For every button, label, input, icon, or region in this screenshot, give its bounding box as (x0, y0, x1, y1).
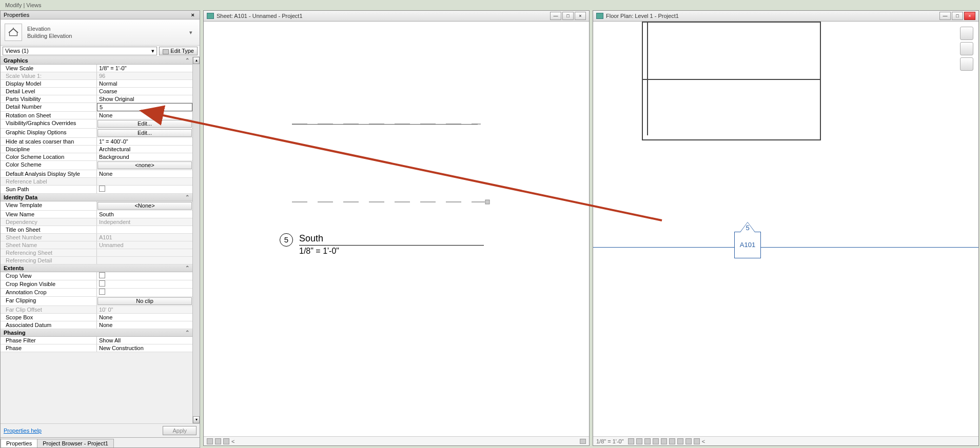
properties-grid: Graphics⌃ View Scale1/8" = 1'-0" Scale V… (1, 57, 192, 423)
status-icon[interactable] (661, 438, 667, 444)
prop-value[interactable]: 1" = 400'-0" (97, 138, 192, 145)
prop-label: Far Clipping (1, 297, 97, 306)
view-control-bar: 1/8" = 1'-0" < (593, 436, 978, 445)
prop-value[interactable] (97, 186, 192, 193)
prop-value[interactable]: None (97, 321, 192, 329)
sheet-canvas[interactable]: 5 South 1/8" = 1'-0" (204, 22, 589, 436)
close-button[interactable]: × (575, 12, 586, 20)
detail-number-input[interactable]: 5 (97, 103, 192, 111)
plan-canvas[interactable]: 5 A101 (593, 22, 978, 436)
status-icon[interactable] (669, 438, 675, 444)
filter-dropdown[interactable]: Views (1) ▾ (3, 47, 157, 55)
building-outline[interactable] (642, 22, 821, 140)
navigation-bar (960, 27, 975, 73)
prop-value[interactable]: Normal (97, 80, 192, 87)
prop-value[interactable]: Edit... (97, 129, 192, 137)
section-line[interactable] (593, 247, 978, 248)
prop-value[interactable]: None (97, 112, 192, 119)
minimize-button[interactable]: — (939, 12, 951, 20)
status-icon[interactable] (694, 438, 700, 444)
chevron-down-icon[interactable]: ▾ (186, 29, 195, 36)
status-icon[interactable] (223, 438, 229, 444)
nav-icon[interactable] (960, 42, 973, 55)
detail-number-circle: 5 (280, 233, 293, 247)
apply-button[interactable]: Apply (163, 426, 197, 435)
status-icon[interactable] (628, 438, 634, 444)
prop-value[interactable]: Architectural (97, 146, 192, 153)
close-icon[interactable]: × (189, 12, 197, 18)
maximize-button[interactable]: □ (952, 12, 963, 20)
prop-value[interactable] (97, 289, 192, 296)
prop-value[interactable]: No clip (97, 297, 192, 306)
prop-value[interactable]: None (97, 314, 192, 321)
prop-label: Detail Level (1, 88, 97, 95)
prop-value[interactable]: Edit... (97, 119, 192, 128)
panel-title: Properties (4, 12, 29, 18)
status-icon[interactable] (636, 438, 642, 444)
prop-value[interactable]: <None> (97, 201, 192, 210)
section-head[interactable]: 5 A101 (734, 232, 761, 258)
prop-value[interactable]: Background (97, 153, 192, 160)
panel-tabs: Properties Project Browser - Project1 (1, 437, 200, 447)
view-title[interactable]: 5 South 1/8" = 1'-0" (280, 233, 484, 256)
prop-value[interactable]: South (97, 211, 192, 218)
status-icon[interactable] (215, 438, 221, 444)
prop-value[interactable]: <none> (97, 161, 192, 170)
prop-value[interactable] (97, 272, 192, 280)
scroll-down-icon[interactable]: ▾ (193, 416, 200, 423)
prop-value[interactable] (97, 280, 192, 288)
checkbox[interactable] (99, 289, 105, 295)
sheet-title: Sheet: A101 - Unnamed - Project1 (217, 13, 550, 19)
prop-label: Referencing Detail (1, 257, 97, 264)
nav-icon[interactable] (960, 57, 973, 71)
prop-label: Sheet Name (1, 241, 97, 249)
minimize-button[interactable]: — (550, 12, 561, 20)
prop-label: Sheet Number (1, 234, 97, 241)
none-button[interactable]: <none> (97, 161, 192, 169)
group-graphics[interactable]: Graphics⌃ (1, 57, 192, 65)
noclip-button[interactable]: No clip (97, 297, 192, 305)
prop-label: Scale Value 1: (1, 72, 97, 79)
none-button[interactable]: <None> (97, 202, 192, 210)
status-icon[interactable] (644, 438, 651, 444)
type-selector[interactable]: Elevation Building Elevation ▾ (1, 19, 200, 46)
prop-label: Color Scheme (1, 161, 97, 170)
prop-value[interactable]: Coarse (97, 88, 192, 95)
checkbox[interactable] (99, 186, 105, 192)
checkbox[interactable] (99, 272, 105, 278)
scroll-up-icon[interactable]: ▴ (193, 57, 200, 64)
prop-label: Default Analysis Display Style (1, 170, 97, 177)
prop-value[interactable]: None (97, 170, 192, 177)
interior-line[interactable] (647, 22, 648, 135)
prop-value[interactable]: Show Original (97, 95, 192, 103)
tab-project-browser[interactable]: Project Browser - Project1 (37, 439, 114, 447)
panel-titlebar: Properties × (1, 11, 200, 19)
properties-help-link[interactable]: Properties help (4, 427, 42, 434)
tab-properties[interactable]: Properties (1, 439, 37, 447)
prop-label: Crop View (1, 272, 97, 280)
maximize-button[interactable]: □ (562, 12, 574, 20)
status-scale[interactable]: 1/8" = 1'-0" (596, 438, 624, 444)
group-extents[interactable]: Extents⌃ (1, 264, 192, 272)
checkbox[interactable] (99, 280, 105, 287)
prop-value[interactable]: New Construction (97, 344, 192, 352)
house-icon (5, 24, 22, 41)
group-identity[interactable]: Identity Data⌃ (1, 194, 192, 201)
prop-value[interactable] (97, 226, 192, 233)
nav-icon[interactable] (960, 27, 973, 40)
scroll-handle[interactable] (580, 439, 586, 444)
status-icon[interactable] (653, 438, 659, 444)
edit-button[interactable]: Edit... (97, 120, 192, 128)
scrollbar[interactable]: ▴ ▾ (192, 57, 200, 423)
status-icon[interactable] (677, 438, 683, 444)
prop-value[interactable]: 1/8" = 1'-0" (97, 65, 192, 72)
interior-line[interactable] (642, 79, 821, 80)
group-phasing[interactable]: Phasing⌃ (1, 329, 192, 337)
status-icon[interactable] (207, 438, 213, 444)
prop-value[interactable]: Show All (97, 337, 192, 344)
prop-label: Annotation Crop (1, 289, 97, 296)
edit-type-button[interactable]: Edit Type (159, 47, 198, 55)
edit-button[interactable]: Edit... (97, 129, 192, 137)
status-icon[interactable] (685, 438, 692, 444)
close-button[interactable]: × (964, 12, 975, 20)
